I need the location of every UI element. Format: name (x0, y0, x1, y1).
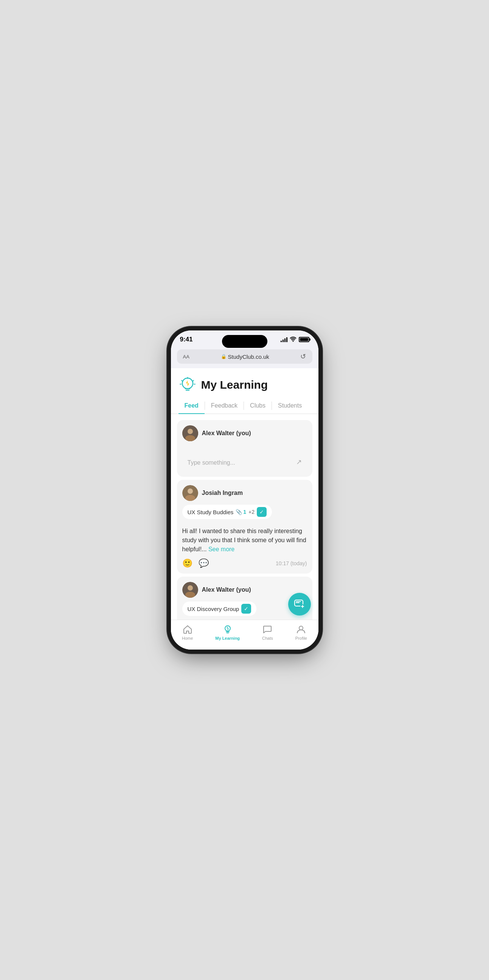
status-time: 9:41 (180, 336, 193, 343)
tab-feed[interactable]: Feed (178, 398, 205, 414)
page-header: My Learning (171, 368, 319, 398)
signal-icon (280, 337, 287, 342)
battery-icon (299, 337, 309, 342)
post-author-alex: Alex Walter (you) (202, 586, 251, 593)
browser-bar: AA 🔒 StudyClub.co.uk ↺ (171, 346, 319, 368)
wifi-icon (290, 337, 296, 343)
participants-badge: +2 (248, 509, 255, 515)
check-badge-josiah: ✓ (257, 507, 267, 517)
post-footer-josiah: 🙂 💬 10:17 (today) (182, 558, 307, 568)
nav-item-chats[interactable]: Chats (256, 623, 279, 642)
home-icon (183, 625, 193, 635)
post-content-josiah: Hi all! I wanted to share this really in… (182, 527, 307, 554)
url-display: 🔒 StudyClub.co.uk (221, 353, 269, 360)
svg-point-14 (185, 592, 195, 598)
paperclip-icon: 📎 (236, 509, 242, 515)
nav-label-profile: Profile (295, 636, 307, 641)
nav-label-home: Home (182, 636, 193, 641)
compose-user-name: Alex Walter (you) (202, 430, 251, 437)
see-more-josiah[interactable]: See more (209, 546, 234, 552)
post-author-josiah: Josiah Ingram (202, 490, 243, 496)
svg-point-13 (188, 585, 193, 590)
compose-card: Alex Walter (you) Type something... ↗ (177, 420, 312, 477)
app-logo (178, 376, 197, 394)
bottom-nav: Home My Learning Chats Profile (171, 620, 319, 649)
tab-clubs[interactable]: Clubs (244, 398, 272, 414)
nav-item-my-learning[interactable]: My Learning (209, 623, 246, 642)
learning-icon (223, 625, 233, 635)
address-bar[interactable]: AA 🔒 StudyClub.co.uk ↺ (177, 349, 312, 364)
comment-button[interactable]: 💬 (199, 558, 209, 568)
nav-item-profile[interactable]: Profile (289, 623, 313, 642)
compose-placeholder: Type something... (188, 460, 235, 466)
compose-avatar (182, 425, 198, 441)
svg-line-2 (182, 380, 183, 382)
avatar-josiah (182, 485, 198, 501)
tab-bar: Feed Feedback Clubs Students (171, 398, 319, 414)
avatar-alex-post (182, 582, 198, 598)
aa-button[interactable]: AA (183, 354, 190, 360)
check-badge-alex: ✓ (241, 604, 251, 614)
lock-icon: 🔒 (221, 354, 226, 359)
svg-point-0 (182, 378, 193, 389)
compose-header: Alex Walter (you) (182, 425, 307, 441)
expand-icon[interactable]: ↗ (296, 458, 302, 466)
attachment-badge: 📎 1 (236, 509, 246, 515)
new-message-fab[interactable] (288, 593, 311, 616)
post-header-josiah: Josiah Ingram (182, 485, 307, 501)
react-button[interactable]: 🙂 (182, 558, 193, 568)
post-header-alex: Alex Walter (you) (182, 582, 307, 598)
svg-point-10 (188, 488, 193, 494)
compose-input[interactable]: Type something... ↗ (182, 445, 307, 471)
profile-icon (296, 625, 306, 635)
svg-point-11 (185, 495, 195, 501)
svg-point-18 (299, 626, 303, 630)
group-name-alex: UX Discovery Group (188, 606, 239, 612)
post-group-row: UX Study Buddies 📎 1 +2 ✓ (182, 505, 307, 523)
svg-line-3 (193, 380, 194, 382)
reload-icon[interactable]: ↺ (300, 352, 306, 361)
group-tag-josiah[interactable]: UX Study Buddies 📎 1 +2 ✓ (182, 505, 272, 519)
post-time-josiah: 10:17 (today) (276, 560, 307, 566)
svg-point-7 (188, 429, 193, 434)
status-icons (280, 337, 309, 343)
group-name-josiah: UX Study Buddies (188, 509, 234, 515)
tab-feedback[interactable]: Feedback (205, 398, 244, 414)
page-title: My Learning (201, 379, 268, 391)
dynamic-island (222, 335, 268, 348)
tab-students[interactable]: Students (272, 398, 308, 414)
chats-icon (263, 625, 272, 635)
fab-icon (293, 598, 306, 610)
group-tag-alex[interactable]: UX Discovery Group ✓ (182, 601, 257, 616)
post-card-josiah: Josiah Ingram UX Study Buddies 📎 1 +2 ✓ … (177, 480, 312, 574)
nav-label-my-learning: My Learning (215, 636, 240, 641)
phone-frame: 9:41 AA (171, 331, 319, 649)
nav-label-chats: Chats (262, 636, 273, 641)
svg-point-8 (185, 435, 195, 441)
nav-item-home[interactable]: Home (176, 623, 199, 642)
post-actions-josiah: 🙂 💬 (182, 558, 209, 568)
